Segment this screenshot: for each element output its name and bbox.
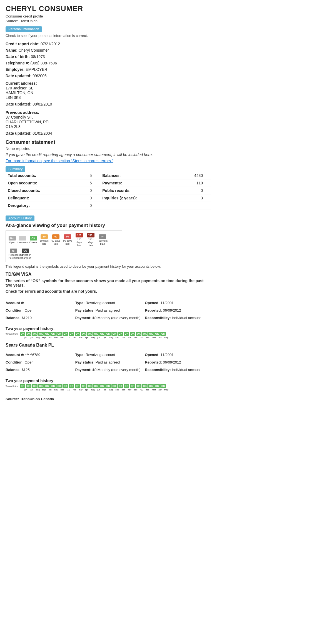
credit-date-label: Credit report date: bbox=[6, 42, 39, 46]
name-label: Name: bbox=[6, 48, 18, 52]
employer-value: EMPLOYER bbox=[26, 67, 47, 72]
payment-history-block: TransUnion OKOKOKOKOKOKOKOKOKOKOKOKOKOKO… bbox=[6, 332, 211, 339]
account-payment: Payment: $0 Monthly (due every month) bbox=[75, 367, 142, 373]
payment-legend: Not Open Unknown OK Current 30 30 days l… bbox=[6, 230, 122, 262]
steps-correct-errors-link[interactable]: For more information, see the section “S… bbox=[6, 159, 211, 163]
legend-label: 60 days late bbox=[51, 239, 61, 245]
dob-value: 08/1973 bbox=[31, 54, 45, 59]
summary-row: Closed accounts: 0 Public records: 0 bbox=[6, 187, 211, 194]
previous-date-updated-label: Date updated: bbox=[6, 131, 31, 136]
at-glance-title: At-a-glance viewing of your payment hist… bbox=[6, 223, 211, 228]
date-label: feb bbox=[145, 389, 151, 391]
date-label: may bbox=[163, 389, 169, 391]
legend-item: 90 90 days late bbox=[63, 234, 73, 245]
payment-chip: OK bbox=[136, 384, 141, 388]
summary-label1: Delinquent: bbox=[6, 194, 76, 202]
legend-chip: OK bbox=[30, 236, 37, 240]
account-title: TD/GM VISA bbox=[6, 272, 211, 277]
date-label: dec bbox=[133, 336, 138, 339]
date-label: nov bbox=[53, 336, 59, 339]
summary-label2 bbox=[100, 202, 175, 209]
payment-chip: OK bbox=[20, 384, 25, 388]
previous-address-line2: CHARLOTTETOWN, PEI bbox=[6, 120, 211, 124]
summary-val1: 5 bbox=[76, 172, 100, 179]
payment-chip: OK bbox=[99, 332, 105, 336]
account-details: Account #: *****6789 Type: Revolving acc… bbox=[6, 349, 211, 375]
payment-chip: OK bbox=[118, 332, 123, 336]
account-condition: Condition: Open bbox=[6, 360, 72, 365]
date-label: oct bbox=[47, 336, 53, 339]
legend-chip: 60 bbox=[52, 234, 59, 239]
date-label: mar bbox=[151, 389, 157, 391]
payment-chip: OK bbox=[20, 332, 25, 336]
phone-label: Telephone #: bbox=[6, 61, 29, 65]
legend-label: Repossession Foreclosure bbox=[9, 254, 19, 260]
date-label: may bbox=[163, 336, 169, 339]
date-label: jun bbox=[96, 336, 102, 339]
date-label: sep bbox=[114, 389, 120, 391]
summary-row: Derogatory: 0 bbox=[6, 202, 211, 209]
summary-label1: Open accounts: bbox=[6, 179, 76, 187]
legend-label: 90 days late bbox=[63, 239, 73, 245]
summary-val2: 4430 bbox=[175, 172, 211, 179]
legend-chip bbox=[19, 236, 26, 240]
payment-chip: OK bbox=[63, 384, 68, 388]
date-label: dec bbox=[59, 389, 65, 391]
payment-chip: OK bbox=[75, 332, 80, 336]
payment-chip: OK bbox=[87, 332, 93, 336]
legend-item: RF Repossession Foreclosure bbox=[9, 249, 19, 260]
date-label: sep bbox=[41, 389, 47, 391]
current-address-line1: 170 Jackson St, bbox=[6, 86, 211, 90]
date-label: apr bbox=[157, 336, 163, 339]
summary-val1: 0 bbox=[76, 187, 100, 194]
account-type: Type: Revolving account bbox=[75, 300, 142, 306]
legend-chip: 120 bbox=[76, 233, 83, 237]
legend-item: 60 60 days late bbox=[51, 234, 61, 245]
account-block: TD/GM VISA The series of “OK” symbols fo… bbox=[6, 272, 211, 339]
previous-address-line1: 37 Connolly ST, bbox=[6, 115, 211, 119]
summary-label1: Derogatory: bbox=[6, 202, 76, 209]
payment-chip: OK bbox=[148, 384, 154, 388]
payment-chip: OK bbox=[130, 384, 135, 388]
current-address-line3: L8N 3K8 bbox=[6, 95, 211, 100]
none-reported: None reported bbox=[6, 146, 211, 151]
date-label: mar bbox=[78, 336, 83, 339]
account-pay-status: Pay status: Paid as agreed bbox=[75, 308, 142, 314]
payment-chip: OK bbox=[160, 332, 166, 336]
current-date-updated-label: Date updated: bbox=[6, 102, 31, 106]
summary-val2: 0 bbox=[175, 187, 211, 194]
payment-chip: OK bbox=[38, 384, 44, 388]
account-reported: Reported: 06/09/2012 bbox=[145, 360, 211, 365]
payment-chip: OK bbox=[136, 332, 141, 336]
legend-chip: PP bbox=[99, 234, 106, 239]
legend-item: OK Current bbox=[29, 236, 38, 244]
two-year-label: Two year payment history: bbox=[6, 379, 211, 383]
legend-chip: Not bbox=[9, 236, 16, 240]
legend-chip: RF bbox=[10, 249, 17, 253]
payment-chip: OK bbox=[148, 332, 154, 336]
date-label: '11 bbox=[66, 389, 71, 391]
date-label: oct bbox=[121, 336, 126, 339]
current-date-updated: 08/01/2010 bbox=[33, 102, 52, 106]
date-label: nov bbox=[127, 336, 132, 339]
employer-label: Employer: bbox=[6, 67, 24, 72]
date-label: feb bbox=[72, 336, 77, 339]
legend-label: Open bbox=[9, 241, 15, 244]
payment-chip: OK bbox=[38, 332, 44, 336]
payment-chip: OK bbox=[105, 332, 111, 336]
summary-label1: Closed accounts: bbox=[6, 187, 76, 194]
subtitle2: Source: TransUnion bbox=[6, 19, 211, 23]
payment-chip: OK bbox=[32, 332, 38, 336]
summary-row: Total accounts: 5 Balances: 4430 bbox=[6, 172, 211, 179]
accounts-container: TD/GM VISA The series of “OK” symbols fo… bbox=[6, 272, 211, 391]
date-label: dec bbox=[59, 336, 65, 339]
credit-date-value: 07/21/2012 bbox=[41, 42, 60, 46]
date-label: sep bbox=[114, 336, 120, 339]
payment-chip: OK bbox=[93, 384, 99, 388]
payment-chip: OK bbox=[26, 332, 31, 336]
date-label: '12 bbox=[139, 336, 144, 339]
payment-chip: OK bbox=[130, 332, 135, 336]
account-opened: Opened: 11/2001 bbox=[145, 352, 211, 358]
summary-label2: Public records: bbox=[100, 187, 175, 194]
payment-chip: OK bbox=[32, 384, 38, 388]
